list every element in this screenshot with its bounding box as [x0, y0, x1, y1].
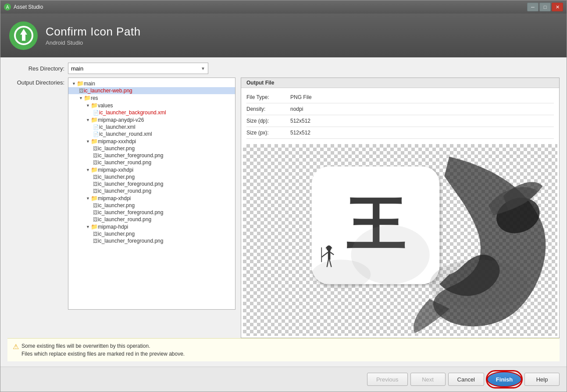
button-bar: Previous Next Cancel Finish Help	[0, 367, 567, 392]
size-px-label: Size (px):	[246, 130, 290, 136]
res-directory-select[interactable]: main ▼	[68, 63, 208, 74]
res-directory-label: Res Directory:	[7, 65, 64, 72]
tree-item-main[interactable]: ▼ 📁 main	[68, 80, 235, 87]
expand-arrow-icon: ▼	[86, 225, 90, 229]
tree-item-mipmap-anydpi[interactable]: ▼ 📁 mipmap-anydpi-v26	[68, 116, 235, 124]
file-icon: 🖼	[93, 210, 98, 215]
file-icon: 🖼	[79, 88, 84, 93]
title-bar-controls: ─ □ ✕	[527, 3, 563, 11]
tree-label: mipmap-anydpi-v26	[98, 117, 144, 123]
size-dp-label: Size (dp):	[246, 118, 290, 124]
file-icon: 🖼	[93, 174, 98, 180]
wizard-subtitle: Android Studio	[46, 39, 141, 46]
tree-label: ic_launcher.png	[98, 202, 135, 208]
tree-item-ic-launcher-round-xml[interactable]: 📄 ic_launcher_round.xml	[68, 131, 235, 138]
tree-label: res	[91, 95, 98, 101]
tree-item-ic-bg-xml[interactable]: 📄 ic_launcher_background.xml	[68, 109, 235, 116]
tree-item-values[interactable]: ▼ 📁 values	[68, 102, 235, 109]
file-icon: 📄	[93, 131, 99, 137]
right-panel: Output File File Type: PNG File Density:…	[241, 78, 560, 338]
preview-image: 王	[243, 144, 557, 336]
tree-item-mipmap-xxhdpi[interactable]: ▼ 📁 mipmap-xxhdpi	[68, 166, 235, 173]
tree-label: ic_launcher_round.png	[98, 188, 151, 194]
expand-arrow-icon: ▼	[86, 196, 90, 201]
tree-label: ic_launcher.png	[98, 231, 135, 237]
file-icon: 📄	[93, 124, 99, 130]
file-icon: 🖼	[93, 188, 98, 194]
file-icon: 🖼	[93, 231, 98, 237]
tree-label: ic_launcher.png	[98, 145, 135, 152]
header-text: Confirm Icon Path Android Studio	[46, 25, 141, 46]
tree-item-mipmap-xhdpi[interactable]: ▼ 📁 mipmap-xhdpi	[68, 194, 235, 202]
tree-item-xxxhdpi-launcher[interactable]: 🖼 ic_launcher.png	[68, 145, 235, 152]
density-row: Density: nodpi	[246, 103, 554, 115]
tree-item-xxxhdpi-round[interactable]: 🖼 ic_launcher_round.png	[68, 159, 235, 166]
tree-label: mipmap-hdpi	[98, 224, 128, 230]
next-button[interactable]: Next	[410, 373, 446, 386]
file-icon: 🖼	[93, 238, 98, 244]
tree-item-xxxhdpi-fg[interactable]: 🖼 ic_launcher_foreground.png	[68, 152, 235, 159]
tree-item-res[interactable]: ▼ 📁 res	[68, 94, 235, 102]
output-directories-label: Output Directories:	[7, 78, 64, 86]
expand-arrow-icon: ▼	[86, 118, 90, 122]
warning-line-2: Files which replace existing files are m…	[21, 350, 185, 358]
folder-icon: 📁	[91, 117, 98, 123]
tree-label: ic_launcher.xml	[99, 124, 136, 130]
svg-rect-5	[22, 35, 25, 41]
tree-item-hdpi-fg[interactable]: 🖼 ic_launcher_foreground.png	[68, 237, 235, 244]
file-icon: 🖼	[93, 146, 98, 151]
help-button[interactable]: Help	[524, 373, 560, 386]
tree-label: mipmap-xxxhdpi	[98, 138, 136, 145]
tree-label: ic_launcher_round.xml	[99, 131, 152, 137]
file-tree[interactable]: ▼ 📁 main 🖼 ic_launcher-web.png ▼ 📁 res	[68, 78, 235, 310]
tree-item-xxhdpi-fg[interactable]: 🖼 ic_launcher_foreground.png	[68, 180, 235, 187]
file-icon: 🖼	[93, 217, 98, 222]
wizard-title: Confirm Icon Path	[46, 25, 141, 39]
previous-button[interactable]: Previous	[367, 373, 408, 386]
svg-text:A: A	[6, 5, 9, 10]
minimize-button[interactable]: ─	[527, 3, 538, 11]
file-type-value: PNG File	[290, 94, 312, 100]
window-title: Asset Studio	[14, 4, 43, 10]
android-studio-logo	[9, 21, 38, 50]
tree-label: main	[84, 81, 95, 87]
expand-arrow-icon: ▼	[86, 139, 90, 144]
finish-wrapper: Finish	[487, 371, 522, 387]
tree-item-xxhdpi-round[interactable]: 🖼 ic_launcher_round.png	[68, 187, 235, 194]
file-type-row: File Type: PNG File	[246, 92, 554, 103]
tree-item-mipmap-hdpi[interactable]: ▼ 📁 mipmap-hdpi	[68, 223, 235, 230]
tree-item-hdpi-launcher[interactable]: 🖼 ic_launcher.png	[68, 230, 235, 237]
output-file-info: File Type: PNG File Density: nodpi Size …	[241, 88, 559, 142]
expand-arrow-icon: ▼	[86, 103, 90, 108]
folder-icon: 📁	[91, 223, 98, 230]
tree-label: ic_launcher_foreground.png	[98, 238, 163, 244]
wizard-header: Confirm Icon Path Android Studio	[0, 14, 567, 57]
tree-label: ic_launcher.png	[98, 174, 135, 180]
finish-button[interactable]: Finish	[487, 371, 522, 387]
tree-item-mipmap-xxxhdpi[interactable]: ▼ 📁 mipmap-xxxhdpi	[68, 138, 235, 145]
size-dp-value: 512x512	[290, 118, 310, 124]
svg-point-17	[430, 260, 528, 309]
tree-label: ic_launcher_foreground.png	[98, 152, 163, 159]
maximize-button[interactable]: □	[539, 3, 551, 11]
file-icon: 🖼	[93, 181, 98, 187]
cancel-button[interactable]: Cancel	[448, 373, 484, 386]
tree-item-ic-launcher-xml[interactable]: 📄 ic_launcher.xml	[68, 124, 235, 131]
output-file-header: Output File	[241, 78, 559, 88]
left-panel: Output Directories: ▼ 📁 main 🖼 ic_launch…	[7, 78, 235, 338]
main-window: A Asset Studio ─ □ ✕ Confirm Icon Path A…	[0, 0, 567, 392]
file-icon: 🖼	[93, 160, 98, 165]
tree-item-xxhdpi-launcher[interactable]: 🖼 ic_launcher.png	[68, 173, 235, 180]
tree-item-xhdpi-launcher[interactable]: 🖼 ic_launcher.png	[68, 202, 235, 209]
tree-item-ic-launcher-web[interactable]: 🖼 ic_launcher-web.png	[68, 87, 235, 94]
warning-text: Some existing files will be overwritten …	[21, 342, 185, 358]
folder-icon: 📁	[91, 138, 98, 145]
tree-label: ic_launcher_round.png	[98, 216, 151, 222]
tree-item-xhdpi-round[interactable]: 🖼 ic_launcher_round.png	[68, 216, 235, 223]
file-type-label: File Type:	[246, 94, 290, 100]
close-button[interactable]: ✕	[552, 3, 563, 11]
tree-item-xhdpi-fg[interactable]: 🖼 ic_launcher_foreground.png	[68, 209, 235, 216]
tree-label: ic_launcher_foreground.png	[98, 209, 163, 215]
folder-icon: 📁	[91, 166, 98, 173]
svg-rect-9	[328, 250, 331, 259]
